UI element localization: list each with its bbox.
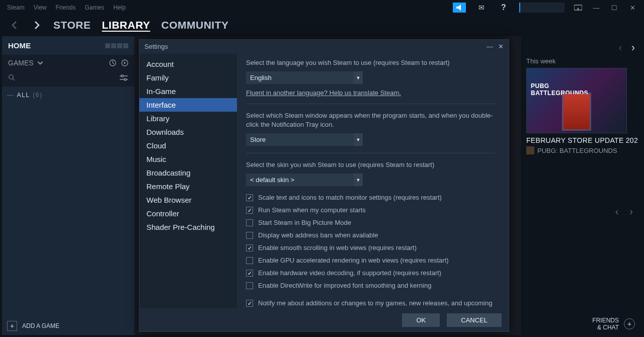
language-select[interactable]: English ▼ xyxy=(246,71,363,84)
main-nav: STORE LIBRARY COMMUNITY xyxy=(0,15,644,35)
settings-cat-broadcasting[interactable]: Broadcasting xyxy=(139,166,237,180)
search-icon[interactable] xyxy=(8,74,16,83)
settings-dialog: Settings ― ✕ AccountFamilyIn-GameInterfa… xyxy=(139,39,509,332)
checkbox-icon xyxy=(246,194,253,201)
clock-icon[interactable] xyxy=(109,59,116,66)
checkbox-label: Run Steam when my computer starts xyxy=(258,206,366,214)
checkbox-icon xyxy=(246,270,253,277)
tab-community[interactable]: COMMUNITY xyxy=(162,19,229,31)
svg-point-3 xyxy=(9,75,13,79)
carousel-prev-icon[interactable]: ‹ xyxy=(615,206,619,217)
checkbox-icon xyxy=(246,257,253,264)
menu-games[interactable]: Games xyxy=(85,4,105,11)
settings-cat-web-browser[interactable]: Web Browser xyxy=(139,193,237,207)
settings-content: Select the language you wish Steam to us… xyxy=(237,53,509,308)
settings-cat-cloud[interactable]: Cloud xyxy=(139,139,237,152)
sidebar-item-label: ALL xyxy=(17,92,30,99)
menu-view[interactable]: View xyxy=(34,4,47,11)
chevron-down-icon: ▼ xyxy=(354,71,363,84)
mail-icon[interactable]: ✉ xyxy=(475,3,488,13)
skin-select[interactable]: < default skin > ▼ xyxy=(246,174,363,186)
checkbox-icon xyxy=(246,300,253,307)
maximize-button[interactable]: ☐ xyxy=(610,3,619,12)
chevron-down-icon: ▼ xyxy=(354,174,363,186)
add-game-button[interactable]: + ADD A GAME xyxy=(7,321,59,331)
settings-categories: AccountFamilyIn-GameInterfaceLibraryDown… xyxy=(139,53,237,308)
checkbox-row[interactable]: Run Steam when my computer starts xyxy=(246,204,496,216)
svg-point-8 xyxy=(124,78,126,80)
svg-point-7 xyxy=(121,75,123,77)
friends-chat-button[interactable]: FRIENDS & CHAT + xyxy=(592,317,635,331)
announce-icon[interactable] xyxy=(453,3,466,13)
vr-icon[interactable] xyxy=(574,3,583,12)
settings-cat-library[interactable]: Library xyxy=(139,112,237,125)
news-card-thumb xyxy=(526,146,534,154)
help-icon[interactable]: ? xyxy=(497,3,510,13)
checkbox-icon xyxy=(246,207,253,214)
news-period-label: This week xyxy=(526,57,642,65)
checkbox-row[interactable]: Display web address bars when available xyxy=(246,229,496,241)
news-card[interactable]: PUBGBATTLEGROUNDS FEBRUARY STORE UPDATE … xyxy=(526,68,642,154)
settings-cat-interface[interactable]: Interface xyxy=(139,98,237,112)
sidebar-home[interactable]: HOME xyxy=(8,41,31,50)
settings-cat-music[interactable]: Music xyxy=(139,152,237,166)
svg-line-4 xyxy=(13,78,15,80)
nav-back-icon[interactable] xyxy=(9,20,20,31)
translate-link[interactable]: Fluent in another language? Help us tran… xyxy=(246,89,401,97)
language-desc: Select the language you wish Steam to us… xyxy=(246,58,496,67)
filter-icon[interactable] xyxy=(119,74,128,83)
checkbox-row[interactable]: Enable DirectWrite for improved font smo… xyxy=(246,279,496,292)
checkbox-row[interactable]: Start Steam in Big Picture Mode xyxy=(246,216,496,229)
checkbox-label: Notify me about additions or changes to … xyxy=(258,299,496,308)
menu-steam[interactable]: Steam xyxy=(7,4,25,11)
startup-window-select[interactable]: Store ▼ xyxy=(246,133,363,146)
news-card-image: PUBGBATTLEGROUNDS xyxy=(526,68,627,133)
settings-cat-controller[interactable]: Controller xyxy=(139,207,237,220)
tab-library[interactable]: LIBRARY xyxy=(102,19,150,31)
checkbox-row[interactable]: Enable smooth scrolling in web views (re… xyxy=(246,241,496,254)
chevron-down-icon[interactable] xyxy=(37,59,44,66)
news-next-icon[interactable]: › xyxy=(631,41,635,54)
sidebar-games[interactable]: GAMES xyxy=(8,59,34,67)
plus-icon: + xyxy=(7,321,17,331)
checkbox-label: Display web address bars when available xyxy=(258,231,378,239)
checkbox-row[interactable]: Enable hardware video decoding, if suppo… xyxy=(246,267,496,279)
menu-help[interactable]: Help xyxy=(113,4,126,11)
checkbox-icon xyxy=(246,219,253,226)
settings-cat-shader-pre-caching[interactable]: Shader Pre-Caching xyxy=(139,220,237,234)
checkbox-row[interactable]: Enable GPU accelerated rendering in web … xyxy=(246,254,496,267)
checkbox-row[interactable]: Notify me about additions or changes to … xyxy=(246,297,496,308)
cancel-button[interactable]: CANCEL xyxy=(447,313,502,327)
play-next-icon[interactable] xyxy=(121,59,128,66)
checkbox-label: Enable DirectWrite for improved font smo… xyxy=(258,282,431,289)
account-strip[interactable] xyxy=(519,3,565,13)
news-prev-icon[interactable]: ‹ xyxy=(618,41,622,54)
tab-store[interactable]: STORE xyxy=(53,19,91,31)
carousel-next-icon[interactable]: › xyxy=(629,206,633,217)
friends-label-2: & CHAT xyxy=(592,324,619,331)
settings-cat-downloads[interactable]: Downloads xyxy=(139,125,237,139)
menubar: Steam View Friends Games Help ✉ ? ― ☐ ✕ xyxy=(0,0,644,15)
checkbox-label: Enable GPU accelerated rendering in web … xyxy=(258,257,449,264)
view-grid-icon[interactable] xyxy=(105,43,128,48)
close-button[interactable]: ✕ xyxy=(628,3,637,12)
dialog-minimize-button[interactable]: ― xyxy=(487,43,493,50)
menu-friends[interactable]: Friends xyxy=(55,4,75,11)
dialog-close-button[interactable]: ✕ xyxy=(498,43,504,50)
ok-button[interactable]: OK xyxy=(402,313,440,327)
startup-desc: Select which Steam window appears when t… xyxy=(246,111,496,129)
add-friend-icon: + xyxy=(624,318,635,329)
settings-cat-account[interactable]: Account xyxy=(139,57,237,71)
settings-cat-in-game[interactable]: In-Game xyxy=(139,85,237,98)
collapse-toggle-icon[interactable]: — xyxy=(7,92,14,99)
friends-label-1: FRIENDS xyxy=(592,317,619,324)
settings-cat-remote-play[interactable]: Remote Play xyxy=(139,180,237,193)
skin-desc: Select the skin you wish Steam to use (r… xyxy=(246,160,496,170)
sidebar-item-all[interactable]: — ALL (6) xyxy=(2,87,134,104)
checkbox-row[interactable]: Scale text and icons to match monitor se… xyxy=(246,191,496,204)
settings-cat-family[interactable]: Family xyxy=(139,71,237,85)
checkbox-icon xyxy=(246,244,253,251)
language-value: English xyxy=(246,71,354,84)
minimize-button[interactable]: ― xyxy=(592,3,601,12)
nav-forward-icon[interactable] xyxy=(31,20,42,31)
